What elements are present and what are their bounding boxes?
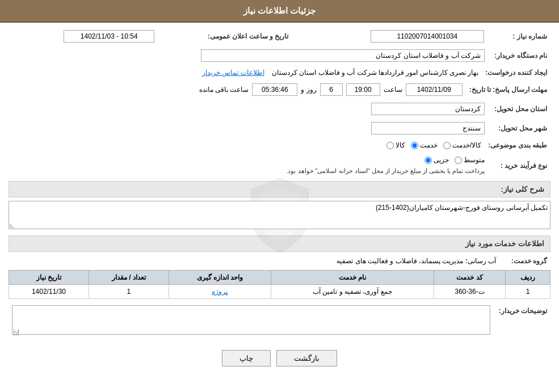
process-motavasset-label: متوسط: [464, 156, 485, 164]
deadline-time-label: ساعت: [384, 86, 402, 94]
creator-value: بهار نصری کارشناس امور قراردادها شرکت آب…: [9, 67, 482, 78]
process-label: نوع فرآیند خرید :: [488, 154, 550, 176]
services-table-body: 1 ت-36-360 جمع آوری، تصفیه و تامین آب پر…: [9, 285, 550, 299]
category-radio-group: کالا/خدمت خدمت کالا: [12, 141, 481, 149]
category-kala-label: کالا: [396, 141, 405, 149]
creator-text: بهار نصری کارشناس امور قراردادها شرکت آب…: [272, 69, 478, 77]
process-jozvi-item: جزیی: [424, 156, 449, 164]
col-service-code: کد خدمت: [434, 271, 506, 285]
process-jozvi-radio[interactable]: [424, 157, 432, 164]
category-kala-item: کالا: [386, 141, 405, 149]
process-jozvi-label: جزیی: [434, 156, 449, 164]
need-description-wrapper: تکمیل آبرسانی روستای فورج-شهرستان کامیار…: [9, 201, 550, 231]
category-kala-khadamat-label: کالا/خدمت: [452, 141, 481, 149]
category-khadamat-label: خدمت: [420, 141, 438, 149]
category-kala-khadamat-item: کالا/خدمت: [443, 141, 481, 149]
main-content: شماره نیاز : تاریخ و ساعت اعلان عمومی: ن…: [0, 23, 559, 381]
info-table-row1: شماره نیاز : تاریخ و ساعت اعلان عمومی:: [9, 28, 550, 44]
info-table-row7: طبقه بندی موضوعی: کالا/خدمت خدمت کالا: [9, 140, 550, 151]
announce-date-input[interactable]: [64, 30, 154, 43]
col-need-date: تاریخ نیاز: [9, 271, 89, 285]
deadline-date-input[interactable]: [406, 83, 463, 96]
province-input[interactable]: [371, 103, 485, 115]
back-button[interactable]: بازگشت: [276, 350, 337, 366]
process-value: متوسط جزیی پرداخت تمام یا بخشی از مبلغ خ…: [9, 154, 488, 176]
need-number-input[interactable]: [371, 30, 484, 43]
col-row-num: ردیف: [506, 271, 550, 285]
buyer-notes-table: توضیحات خریدار:: [9, 304, 550, 338]
need-description-section-title: شرح کلی نیاز:: [9, 181, 550, 197]
info-table-row2: نام دستگاه خریدار:: [9, 48, 550, 64]
page-title: جزئیات اطلاعات نیاز: [243, 6, 316, 15]
buyer-notes-label: توضیحات خریدار:: [494, 304, 550, 338]
deadline-remaining-input[interactable]: [252, 83, 297, 96]
process-motavasset-radio[interactable]: [455, 157, 462, 164]
service-group-label: گروه خدمت:: [499, 255, 550, 267]
deadline-remaining-label: ساعت باقی مانده: [199, 86, 249, 94]
announce-date-label: تاریخ و ساعت اعلان عمومی:: [158, 28, 292, 44]
deadline-label: مهلت ارسال پاسخ: تا تاریخ:: [466, 82, 550, 98]
need-number-value: [303, 28, 487, 44]
info-table-row4: مهلت ارسال پاسخ: تا تاریخ: ساعت روز و سا…: [9, 82, 550, 98]
page-header: جزئیات اطلاعات نیاز: [0, 0, 559, 23]
service-group-table: گروه خدمت: آب رسانی؛ مدیریت پسماند، فاضل…: [9, 255, 550, 267]
cell-unit: پروژه: [169, 285, 271, 299]
category-kala-khadamat-radio[interactable]: [443, 142, 451, 149]
info-table-row6: شهر محل تحویل:: [9, 120, 550, 136]
info-table-row3: ایجاد کننده درخواست: بهار نصری کارشناس ا…: [9, 67, 550, 78]
creator-label: ایجاد کننده درخواست:: [482, 67, 550, 78]
process-radio-group: متوسط جزیی: [12, 156, 485, 164]
cell-quantity: 1: [89, 285, 169, 299]
table-row: 1 ت-36-360 جمع آوری، تصفیه و تامین آب پر…: [9, 285, 550, 299]
cell-service-name: جمع آوری، تصفیه و تامین آب: [271, 285, 434, 299]
city-label: شهر محل تحویل:: [488, 120, 550, 136]
services-table-header: ردیف کد خدمت نام خدمت واحد اندازه گیری ت…: [9, 271, 550, 285]
services-section-title: اطلاعات خدمات مورد نیاز: [9, 235, 550, 252]
deadline-value: ساعت روز و ساعت باقی مانده: [9, 82, 466, 98]
deadline-days-label: روز و: [301, 86, 316, 94]
province-value: [9, 101, 488, 117]
category-khadamat-item: خدمت: [411, 141, 438, 149]
col-unit: واحد اندازه گیری: [169, 271, 271, 285]
buyer-notes-wrapper: [12, 305, 490, 336]
process-note: پرداخت تمام یا بخشی از مبلغ خریدار از مح…: [12, 167, 485, 175]
need-description-textarea[interactable]: تکمیل آبرسانی روستای فورج-شهرستان کامیار…: [9, 201, 550, 229]
buyer-name-input[interactable]: [201, 49, 485, 62]
deadline-time-input[interactable]: [346, 83, 380, 96]
buyer-notes-textarea[interactable]: [12, 305, 490, 335]
col-quantity: تعداد / مقدار: [89, 271, 169, 285]
contact-link[interactable]: اطلاعات تماس خریدار: [202, 69, 264, 77]
category-khadamat-radio[interactable]: [411, 142, 418, 149]
category-value: کالا/خدمت خدمت کالا: [9, 140, 485, 151]
province-label: استان محل تحویل:: [488, 101, 550, 117]
process-motavasset-item: متوسط: [455, 156, 485, 164]
announce-date-value: [9, 28, 158, 44]
category-kala-radio[interactable]: [386, 142, 394, 149]
service-group-text: آب رسانی؛ مدیریت پسماند، فاضلاب و فعالیت…: [337, 257, 496, 265]
cell-service-code: ت-36-360: [434, 285, 506, 299]
buyer-name-value: [9, 48, 488, 64]
info-table-row5: استان محل تحویل:: [9, 101, 550, 117]
services-table: ردیف کد خدمت نام خدمت واحد اندازه گیری ت…: [9, 270, 550, 299]
buyer-name-label: نام دستگاه خریدار:: [488, 48, 550, 64]
info-table-row8: نوع فرآیند خرید : متوسط جزیی: [9, 154, 550, 176]
category-label: طبقه بندی موضوعی:: [485, 140, 550, 151]
city-value: [9, 120, 488, 136]
city-input[interactable]: [371, 122, 485, 134]
service-group-value: آب رسانی؛ مدیریت پسماند، فاضلاب و فعالیت…: [9, 255, 499, 267]
page-wrapper: جزئیات اطلاعات نیاز شماره نیاز : تاریخ و…: [0, 0, 559, 392]
unit-link[interactable]: پروژه: [212, 288, 228, 296]
buyer-notes-value: [9, 304, 494, 338]
col-service-name: نام خدمت: [271, 271, 434, 285]
cell-row-num: 1: [506, 285, 550, 299]
deadline-days-input[interactable]: [320, 83, 343, 96]
cell-date: 1402/11/30: [9, 285, 89, 299]
print-button[interactable]: چاپ: [222, 350, 271, 366]
need-number-label: شماره نیاز :: [487, 28, 550, 44]
footer-buttons: بازگشت چاپ: [9, 342, 550, 375]
